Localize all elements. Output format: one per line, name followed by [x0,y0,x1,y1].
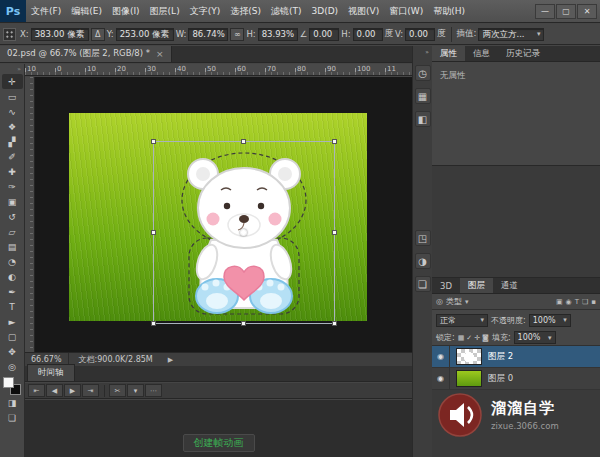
panel-tab[interactable]: 信息 [465,46,498,61]
lock-icon[interactable]: ✓ [466,334,472,342]
hand-tool[interactable]: ✥ [2,344,23,359]
quick-select-tool[interactable]: ❖ [2,119,23,134]
panel-tab[interactable]: 历史记录 [498,46,548,61]
rotation-input[interactable]: 0.00 [309,28,339,41]
chevron-down-icon[interactable]: ▾ [465,298,469,306]
timeline-transport-button[interactable]: ◀ [46,384,63,397]
clone-stamp-tool[interactable]: ▣ [2,194,23,209]
timeline-transport-button[interactable]: ⇥ [82,384,99,397]
eyedropper-tool[interactable]: ✐ [2,149,23,164]
zoom-tool[interactable]: ◎ [2,359,23,374]
lock-icon[interactable]: ▦ [458,334,465,342]
height-scale-input[interactable]: 83.93% [258,28,298,41]
navigator-panel-icon[interactable]: ▦ [415,88,431,104]
blend-mode-select[interactable]: 正常 ▾ [436,314,488,327]
panel-tab[interactable]: 通道 [493,278,526,293]
blur-tool[interactable]: ◔ [2,254,23,269]
lock-icon[interactable]: ◙ [482,334,489,342]
dock-collapse-icon[interactable]: » [425,46,432,58]
lasso-tool[interactable]: ∿ [2,104,23,119]
y-input[interactable]: 253.00 像素 [116,28,174,41]
transform-handle[interactable] [332,321,337,326]
maximize-button[interactable]: ▢ [556,4,576,19]
filter-type-label[interactable]: 类型 [446,296,462,307]
foreground-color-swatch[interactable] [3,377,14,388]
menu-item[interactable]: 视图(V) [343,0,384,22]
path-select-tool[interactable]: ► [2,314,23,329]
panel-tab[interactable]: 3D [432,278,460,293]
toolbar-collapse-icon[interactable]: » [17,64,24,74]
menu-item[interactable]: 图层(L) [145,0,185,22]
menu-item[interactable]: 3D(D) [306,0,343,22]
transform-handle[interactable] [151,139,156,144]
crop-tool[interactable]: ▞ [2,134,23,149]
relative-positioning-button[interactable]: Δ [91,28,105,41]
canvas-area[interactable] [25,77,412,352]
gradient-tool[interactable]: ▤ [2,239,23,254]
styles-panel-icon[interactable]: ❏ [415,276,431,292]
interpolation-select[interactable]: 两次立方... ▾ [478,28,544,41]
filter-icon[interactable]: T [575,298,579,306]
v-skew-input[interactable]: 0.00 [405,28,435,41]
menu-item[interactable]: 编辑(E) [66,0,107,22]
transform-handle[interactable] [332,139,337,144]
brush-tool[interactable]: ✑ [2,179,23,194]
quick-mask-button[interactable]: ◨ [2,395,23,410]
link-dimensions-icon[interactable]: ∞ [230,28,244,41]
timeline-transport-button[interactable]: ▶ [64,384,81,397]
layer-row[interactable]: ◉ 图层 2 [432,346,600,368]
reference-point-locator[interactable] [3,28,16,41]
transform-handle[interactable] [241,139,246,144]
transform-handle[interactable] [151,230,156,235]
x-input[interactable]: 383.00 像素 [31,28,89,41]
document-tab[interactable]: 02.psd @ 66.7% (图层 2, RGB/8) * × [0,46,172,62]
layer-row[interactable]: ◉ 图层 0 [432,368,600,390]
transform-bounding-box[interactable] [153,141,335,324]
filter-icon[interactable]: ◉ [566,298,572,306]
3d-panel-icon[interactable]: ◳ [415,230,431,246]
screen-mode-button[interactable]: ❏ [2,410,23,425]
panel-tab[interactable]: 属性 [432,46,465,61]
timeline-tool-button[interactable]: ⋯ [145,384,162,397]
width-scale-input[interactable]: 86.74% [188,28,228,41]
panel-tab[interactable]: 图层 [460,278,493,293]
close-button[interactable]: ✕ [577,4,597,19]
healing-brush-tool[interactable]: ✚ [2,164,23,179]
filter-icon[interactable]: ❏ [582,298,588,306]
timeline-transport-button[interactable]: ⇤ [28,384,45,397]
menu-item[interactable]: 选择(S) [225,0,266,22]
layer-name[interactable]: 图层 2 [488,351,513,363]
lock-icon[interactable]: ✛ [474,334,480,342]
opacity-select[interactable]: 100% ▾ [529,314,571,327]
transform-center-point[interactable] [240,229,247,236]
tab-close-icon[interactable]: × [156,49,164,59]
type-tool[interactable]: T [2,299,23,314]
menu-item[interactable]: 文件(F) [26,0,66,22]
layer-name[interactable]: 图层 0 [488,373,513,385]
transform-handle[interactable] [151,321,156,326]
visibility-eye-icon[interactable]: ◉ [432,346,450,367]
document-image[interactable] [69,113,367,321]
color-swatches[interactable] [3,377,21,395]
info-panel-icon[interactable]: ◧ [415,111,431,127]
history-brush-tool[interactable]: ↺ [2,209,23,224]
layer-thumbnail[interactable] [456,370,482,387]
timeline-tool-button[interactable]: ✂ [109,384,126,397]
history-panel-icon[interactable]: ◷ [415,65,431,81]
pen-tool[interactable]: ✒ [2,284,23,299]
menu-item[interactable]: 帮助(H) [428,0,470,22]
layer-thumbnail[interactable] [456,348,482,365]
status-options-arrow[interactable]: ▶ [163,356,178,364]
minimize-button[interactable]: — [535,4,555,19]
menu-item[interactable]: 图像(I) [107,0,145,22]
menu-item[interactable]: 文字(Y) [185,0,226,22]
shape-tool[interactable]: ▢ [2,329,23,344]
timeline-tool-button[interactable]: ▾ [127,384,144,397]
adjustments-panel-icon[interactable]: ◑ [415,253,431,269]
marquee-tool[interactable]: ▭ [2,89,23,104]
dodge-tool[interactable]: ◐ [2,269,23,284]
eraser-tool[interactable]: ▱ [2,224,23,239]
filter-icon[interactable]: ▣ [556,298,563,306]
filter-icon[interactable]: ▪ [591,298,596,306]
fill-select[interactable]: 100% ▾ [514,331,556,344]
